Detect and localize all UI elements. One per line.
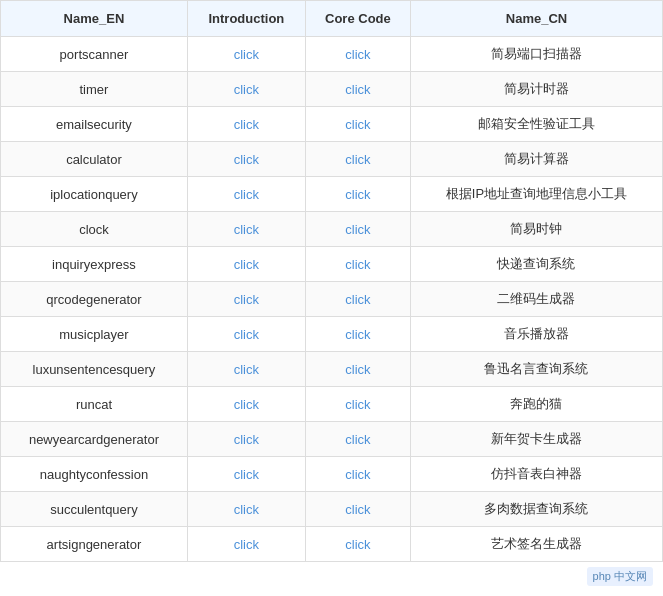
cell-name-en: luxunsentencesquery [1,352,188,387]
cell-core-code-link[interactable]: click [305,72,410,107]
cell-core-code-link[interactable]: click [305,212,410,247]
cell-name-cn: 根据IP地址查询地理信息小工具 [410,177,662,212]
cell-introduction-link[interactable]: click [187,142,305,177]
table-row: artsigngeneratorclickclick艺术签名生成器 [1,527,663,562]
cell-name-en: calculator [1,142,188,177]
table-row: clockclickclick简易时钟 [1,212,663,247]
cell-name-cn: 鲁迅名言查询系统 [410,352,662,387]
cell-name-en: qrcodegenerator [1,282,188,317]
cell-name-en: runcat [1,387,188,422]
cell-name-en: newyearcardgenerator [1,422,188,457]
table-row: naughtyconfessionclickclick仿抖音表白神器 [1,457,663,492]
table-row: musicplayerclickclick音乐播放器 [1,317,663,352]
cell-core-code-link[interactable]: click [305,387,410,422]
cell-introduction-link[interactable]: click [187,492,305,527]
cell-core-code-link[interactable]: click [305,422,410,457]
cell-introduction-link[interactable]: click [187,317,305,352]
cell-name-cn: 多肉数据查询系统 [410,492,662,527]
cell-name-cn: 音乐播放器 [410,317,662,352]
table-row: luxunsentencesqueryclickclick鲁迅名言查询系统 [1,352,663,387]
cell-name-cn: 新年贺卡生成器 [410,422,662,457]
cell-name-en: succulentquery [1,492,188,527]
cell-core-code-link[interactable]: click [305,177,410,212]
cell-introduction-link[interactable]: click [187,527,305,562]
cell-name-en: inquiryexpress [1,247,188,282]
header-name-en: Name_EN [1,1,188,37]
cell-name-en: iplocationquery [1,177,188,212]
cell-introduction-link[interactable]: click [187,457,305,492]
cell-name-en: clock [1,212,188,247]
table-row: newyearcardgeneratorclickclick新年贺卡生成器 [1,422,663,457]
cell-name-cn: 邮箱安全性验证工具 [410,107,662,142]
cell-introduction-link[interactable]: click [187,177,305,212]
cell-introduction-link[interactable]: click [187,422,305,457]
table-row: iplocationqueryclickclick根据IP地址查询地理信息小工具 [1,177,663,212]
cell-introduction-link[interactable]: click [187,282,305,317]
cell-name-en: portscanner [1,37,188,72]
cell-core-code-link[interactable]: click [305,527,410,562]
cell-introduction-link[interactable]: click [187,37,305,72]
cell-name-cn: 快递查询系统 [410,247,662,282]
header-name-cn: Name_CN [410,1,662,37]
header-introduction: Introduction [187,1,305,37]
cell-introduction-link[interactable]: click [187,72,305,107]
cell-name-en: artsigngenerator [1,527,188,562]
cell-name-cn: 仿抖音表白神器 [410,457,662,492]
table-row: calculatorclickclick简易计算器 [1,142,663,177]
table-row: succulentqueryclickclick多肉数据查询系统 [1,492,663,527]
cell-introduction-link[interactable]: click [187,247,305,282]
cell-core-code-link[interactable]: click [305,352,410,387]
cell-introduction-link[interactable]: click [187,352,305,387]
header-core-code: Core Code [305,1,410,37]
table-row: emailsecurityclickclick邮箱安全性验证工具 [1,107,663,142]
cell-introduction-link[interactable]: click [187,107,305,142]
cell-core-code-link[interactable]: click [305,282,410,317]
cell-name-cn: 奔跑的猫 [410,387,662,422]
cell-core-code-link[interactable]: click [305,492,410,527]
cell-core-code-link[interactable]: click [305,457,410,492]
cell-name-cn: 简易计时器 [410,72,662,107]
cell-name-en: emailsecurity [1,107,188,142]
table-row: portscannerclickclick简易端口扫描器 [1,37,663,72]
table-row: inquiryexpressclickclick快递查询系统 [1,247,663,282]
table-row: timerclickclick简易计时器 [1,72,663,107]
table-header-row: Name_EN Introduction Core Code Name_CN [1,1,663,37]
cell-name-en: timer [1,72,188,107]
cell-core-code-link[interactable]: click [305,142,410,177]
cell-core-code-link[interactable]: click [305,317,410,352]
cell-core-code-link[interactable]: click [305,247,410,282]
cell-introduction-link[interactable]: click [187,212,305,247]
cell-core-code-link[interactable]: click [305,107,410,142]
table-row: qrcodegeneratorclickclick二维码生成器 [1,282,663,317]
cell-name-cn: 简易计算器 [410,142,662,177]
cell-name-en: musicplayer [1,317,188,352]
cell-name-cn: 简易端口扫描器 [410,37,662,72]
table-row: runcatclickclick奔跑的猫 [1,387,663,422]
cell-introduction-link[interactable]: click [187,387,305,422]
cell-name-cn: 简易时钟 [410,212,662,247]
cell-core-code-link[interactable]: click [305,37,410,72]
main-table: Name_EN Introduction Core Code Name_CN p… [0,0,663,562]
cell-name-en: naughtyconfession [1,457,188,492]
cell-name-cn: 二维码生成器 [410,282,662,317]
cell-name-cn: 艺术签名生成器 [410,527,662,562]
